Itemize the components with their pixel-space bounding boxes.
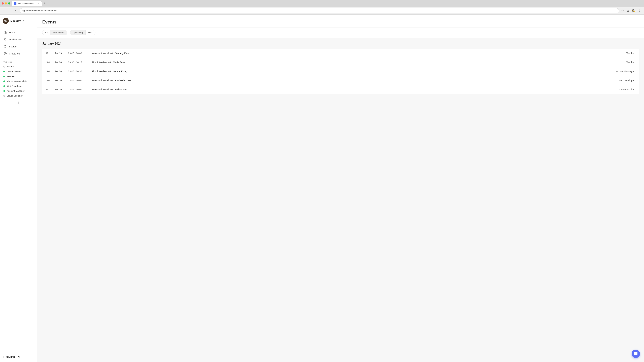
back-button[interactable]: ←: [2, 8, 7, 13]
browser-nav-bar: ← → ↻ ☆ ⊟ 🕵 ⋮: [0, 7, 644, 14]
incognito-button[interactable]: 🕵: [631, 8, 636, 13]
event-job: Teacher: [601, 61, 634, 64]
svg-rect-0: [14, 3, 16, 4]
split-view-button[interactable]: ⊟: [626, 8, 630, 13]
user-name: Moodjoy: [10, 19, 21, 22]
job-dot-web-developer: [3, 85, 5, 87]
main-header: Events: [37, 15, 644, 27]
browser-controls: [2, 2, 10, 4]
event-row[interactable]: Sat Jan 20 23:45 - 00:00 Introduction ca…: [42, 76, 639, 85]
job-item-account-manager[interactable]: Account Manager: [0, 88, 37, 93]
sidebar-item-home[interactable]: Home: [0, 29, 37, 36]
event-date: Jan 20: [55, 61, 68, 64]
sidebar-item-notifications[interactable]: Notifications: [0, 36, 37, 43]
homerun-logo: HOMERUN: [3, 356, 20, 359]
job-label-marketing-associate: Marketing Associate: [7, 80, 27, 82]
browser-nav-actions: ☆ ⊟ 🕵 ⋮: [620, 8, 642, 13]
event-day: Sat: [46, 61, 55, 64]
job-item-content-writer[interactable]: Content Writer: [0, 69, 37, 74]
filter-group-ownership: All Your events: [42, 30, 68, 35]
event-name: Introduction call with Bella Dale: [92, 88, 601, 91]
jobs-list: Trainer Content Writer Teacher Marketing…: [0, 64, 37, 100]
sidebar-header[interactable]: MM Moodjoy ▾: [0, 15, 37, 27]
address-bar[interactable]: [20, 8, 619, 13]
event-time: 09:30 - 10:15: [68, 61, 92, 64]
browser-close-btn[interactable]: [2, 2, 4, 4]
job-label-account-manager: Account Manager: [7, 90, 24, 92]
event-date: Jan 19: [55, 52, 68, 55]
tab-title: Events · Homerun: [18, 2, 36, 5]
job-label-web-developer: Web Developer: [7, 85, 22, 87]
job-label-visual-designer: Visual Designer: [7, 94, 22, 97]
event-time: 23:45 - 00:30: [68, 70, 92, 73]
browser-minimize-btn[interactable]: [5, 2, 7, 4]
event-job: Teacher: [601, 52, 634, 55]
job-dot-teacher: [3, 76, 5, 77]
browser-maximize-btn[interactable]: [8, 2, 10, 4]
home-icon: [3, 31, 7, 34]
filter-bar: All Your events Upcoming Past: [37, 27, 644, 38]
sidebar-item-create-job-label: Create job: [9, 52, 20, 55]
event-day: Fri: [46, 88, 55, 91]
job-label-content-writer: Content Writer: [7, 70, 21, 73]
jobs-section-label: Your jobs ▾: [0, 59, 37, 64]
plus-circle-icon: [3, 52, 7, 55]
browser-chrome: Events · Homerun ✕ + ← → ↻ ☆ ⊟ 🕵 ⋮: [0, 0, 644, 15]
search-icon: [3, 45, 7, 48]
event-name: Introduction call with Kimberly Dale: [92, 79, 601, 82]
events-section: January 2024 Fri Jan 19 23:45 - 00:00 In…: [37, 38, 644, 362]
job-label-trainer: Trainer: [7, 65, 14, 68]
job-item-trainer[interactable]: Trainer: [0, 64, 37, 69]
tabs-bar: Events · Homerun ✕ +: [12, 1, 642, 6]
event-date: Jan 20: [55, 79, 68, 82]
event-day: Sat: [46, 79, 55, 82]
jobs-chevron-icon: ▾: [13, 61, 14, 63]
job-dot-trainer: [3, 66, 5, 67]
sidebar-item-search-label: Search: [9, 45, 16, 48]
job-dot-content-writer: [3, 71, 5, 72]
bookmark-button[interactable]: ☆: [620, 8, 625, 13]
job-item-web-developer[interactable]: Web Developer: [0, 84, 37, 88]
filter-your-events-button[interactable]: Your events: [50, 30, 67, 35]
sidebar-nav: Home Notifications Searc: [0, 27, 37, 59]
filter-past-button[interactable]: Past: [86, 30, 95, 35]
event-name: Introduction call with Sammy Dale: [92, 52, 601, 55]
job-item-visual-designer[interactable]: Visual Designer: [0, 93, 37, 98]
user-menu-chevron: ▾: [23, 19, 24, 22]
filter-group-time: Upcoming Past: [70, 30, 96, 35]
app-container: MM Moodjoy ▾ Home: [0, 15, 644, 362]
new-tab-button[interactable]: +: [42, 1, 47, 6]
filter-upcoming-button[interactable]: Upcoming: [70, 30, 86, 35]
svg-line-2: [6, 47, 6, 48]
tab-close-icon[interactable]: ✕: [37, 2, 39, 5]
event-date: Jan 26: [55, 88, 68, 91]
event-job: Web Developer: [601, 79, 634, 82]
refresh-button[interactable]: ↻: [14, 8, 18, 13]
job-dot-visual-designer: [3, 95, 5, 97]
event-row[interactable]: Sat Jan 20 09:30 - 10:15 First interview…: [42, 58, 639, 67]
event-name: First interview with Loonie Dong: [92, 70, 601, 73]
event-name: First interview with Marie Tess: [92, 61, 601, 64]
sidebar-item-notifications-label: Notifications: [9, 38, 22, 41]
active-tab[interactable]: Events · Homerun ✕: [12, 1, 42, 6]
event-day: Fri: [46, 52, 55, 55]
job-item-teacher[interactable]: Teacher: [0, 74, 37, 79]
job-dot-account-manager: [3, 90, 5, 92]
forward-button[interactable]: →: [8, 8, 13, 13]
filter-all-button[interactable]: All: [42, 30, 50, 35]
job-item-marketing-associate[interactable]: Marketing Associate: [0, 79, 37, 84]
sidebar: MM Moodjoy ▾ Home: [0, 15, 37, 362]
tab-favicon: [14, 2, 16, 5]
event-row[interactable]: Fri Jan 19 23:45 - 00:00 Introduction ca…: [42, 49, 639, 58]
event-row[interactable]: Sat Jan 20 23:45 - 00:30 First interview…: [42, 67, 639, 76]
sidebar-item-search[interactable]: Search: [0, 43, 37, 50]
sidebar-item-home-label: Home: [9, 31, 15, 34]
browser-titlebar: Events · Homerun ✕ +: [0, 0, 644, 7]
events-table: Fri Jan 19 23:45 - 00:00 Introduction ca…: [42, 49, 639, 94]
job-label-teacher: Teacher: [7, 75, 15, 78]
bell-icon: [3, 38, 7, 41]
chat-fab-button[interactable]: [632, 350, 640, 358]
event-row[interactable]: Fri Jan 26 23:45 - 00:00 Introduction ca…: [42, 85, 639, 94]
menu-button[interactable]: ⋮: [637, 8, 642, 13]
sidebar-item-create-job[interactable]: Create job: [0, 50, 37, 57]
